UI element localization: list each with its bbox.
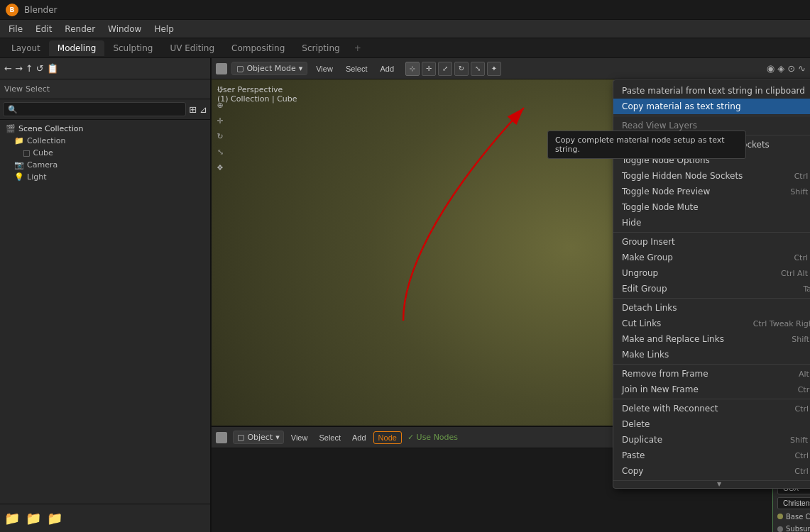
toggle-mute-item[interactable]: Toggle Node Mute M — [613, 199, 810, 215]
remove-frame-shortcut: Alt P — [799, 370, 810, 379]
edit-group-item[interactable]: Edit Group Tab — [613, 281, 810, 297]
nav-fwd-icon[interactable]: → — [15, 63, 23, 74]
menu-edit[interactable]: Edit — [30, 23, 58, 35]
cursor-tool[interactable]: ⊕ — [213, 98, 227, 112]
menu-help[interactable]: Help — [148, 23, 179, 35]
delete-reconnect-label: Delete with Reconnect — [622, 404, 718, 414]
make-replace-label: Make and Replace Links — [622, 334, 724, 344]
list-item[interactable]: 📁 Collection — [3, 135, 207, 147]
list-item[interactable]: 📷 Camera — [3, 159, 207, 171]
make-group-label: Make Group — [622, 253, 673, 262]
select-button[interactable]: Select — [341, 63, 372, 74]
select-label: Select — [26, 84, 50, 94]
paste-shortcut: Ctrl V — [794, 451, 810, 460]
display-icon-2[interactable]: ◈ — [777, 63, 784, 74]
delete-reconnect-item[interactable]: Delete with Reconnect Ctrl X — [613, 401, 810, 416]
base-color-socket[interactable] — [777, 514, 783, 519]
view-button[interactable]: View — [312, 63, 337, 74]
node-view-btn[interactable]: View — [287, 432, 312, 443]
rotate-tool-icon[interactable]: ↻ — [454, 62, 469, 76]
cursor-tool-icon[interactable]: ✛ — [422, 62, 436, 76]
view-label: View — [4, 84, 23, 94]
menu-window[interactable]: Window — [102, 23, 147, 35]
nav-parent-icon[interactable]: ↑ — [26, 63, 33, 74]
folder-icon-2: 📁 — [26, 511, 41, 526]
tab-modeling[interactable]: Modeling — [49, 40, 105, 56]
outliner-search[interactable] — [3, 102, 186, 116]
remove-frame-item[interactable]: Remove from Frame Alt P — [613, 366, 810, 382]
select-tool-icon[interactable]: ⊹ — [405, 62, 420, 76]
node-object-dropdown[interactable]: ▢ Object ▾ — [233, 431, 284, 444]
mode-label: Object Mode — [246, 64, 295, 73]
display-icon-1[interactable]: ◉ — [767, 63, 775, 74]
paste-material-item[interactable]: Paste material from text string in clipb… — [613, 83, 810, 99]
collection-label: Collection — [27, 136, 65, 145]
nav-back-icon[interactable]: ← — [4, 63, 12, 74]
tab-scripting[interactable]: Scripting — [293, 40, 348, 56]
edit-group-shortcut: Tab — [803, 284, 810, 294]
viewport-right-icons: ◉ ◈ ⊙ ∿ — [767, 63, 806, 74]
copy-label: Copy — [622, 466, 643, 476]
hide-item[interactable]: Hide H — [613, 215, 810, 231]
viewport-header: ▢ Object Mode ▾ View Select Add ⊹ ✛ ⤢ ↻ … — [212, 58, 810, 79]
add-button[interactable]: Add — [376, 63, 398, 74]
cut-links-item[interactable]: Cut Links Ctrl Tweak Right — [613, 316, 810, 331]
node-row: Base Color — [773, 511, 810, 522]
duplicate-item[interactable]: Duplicate Shift D — [613, 432, 810, 448]
select-box-tool[interactable]: ⊹ — [213, 82, 227, 96]
node-add-btn[interactable]: Add — [348, 432, 371, 443]
collection-icon: 📁 — [14, 136, 24, 145]
scene-label: Scene Collection — [18, 124, 83, 133]
delete-reconnect-shortcut: Ctrl X — [794, 404, 810, 414]
paste-item[interactable]: Paste Ctrl V — [613, 448, 810, 463]
tab-sculpting[interactable]: Sculpting — [104, 40, 161, 56]
scale-tool[interactable]: ⤡ — [213, 145, 227, 159]
copy-material-item[interactable]: Copy material as text string — [613, 99, 810, 114]
object-mode-dropdown[interactable]: ▢ Object Mode ▾ — [231, 62, 307, 75]
scale-tool-icon[interactable]: ⤡ — [471, 62, 485, 76]
ungroup-item[interactable]: Ungroup Ctrl Alt G — [613, 265, 810, 281]
node-node-btn[interactable]: Node — [373, 431, 402, 444]
rotate-tool[interactable]: ↻ — [213, 129, 227, 143]
node-select-btn[interactable]: Select — [314, 432, 345, 443]
menubar: File Edit Render Window Help — [0, 20, 810, 38]
detach-links-item[interactable]: Detach Links — [613, 300, 810, 316]
list-item[interactable]: □ Cube — [3, 147, 207, 159]
delete-item[interactable]: Delete X — [613, 416, 810, 432]
add-workspace-button[interactable]: + — [349, 40, 367, 56]
nav-refresh-icon[interactable]: ↺ — [36, 63, 44, 74]
menu-render[interactable]: Render — [59, 23, 101, 35]
copy-material-label: Copy material as text string — [622, 101, 741, 111]
group-section: Group Insert Make Group Ctrl G Ungroup C… — [613, 233, 810, 299]
camera-label: Camera — [27, 160, 58, 170]
tab-uv-editing[interactable]: UV Editing — [161, 40, 223, 56]
tab-compositing[interactable]: Compositing — [223, 40, 293, 56]
group-insert-item[interactable]: Group Insert — [613, 234, 810, 250]
make-group-item[interactable]: Make Group Ctrl G — [613, 250, 810, 265]
filter-icon[interactable]: ⊿ — [199, 104, 207, 115]
nav-bookmark-icon[interactable]: 📋 — [47, 63, 58, 74]
transform-tool[interactable]: ❖ — [213, 160, 227, 174]
left-panel-footer: 📁 📁 📁 — [0, 504, 210, 532]
subsurface-socket[interactable] — [777, 526, 783, 532]
move-tool[interactable]: ✛ — [213, 113, 227, 128]
cut-links-shortcut: Ctrl Tweak Right — [753, 319, 810, 328]
burley-select[interactable]: Christensen-Burley — [777, 497, 810, 509]
toggle-hidden-shortcut: Ctrl H — [794, 172, 810, 181]
copy-item[interactable]: Copy Ctrl C — [613, 463, 810, 479]
join-frame-item[interactable]: Join in New Frame Ctrl J — [613, 382, 810, 397]
scroll-arrow: ▼ — [717, 481, 721, 487]
toggle-hidden-sockets-item[interactable]: Toggle Hidden Node Sockets Ctrl H — [613, 168, 810, 184]
make-replace-links-item[interactable]: Make and Replace Links Shift F — [613, 331, 810, 347]
make-links-item[interactable]: Make Links F — [613, 347, 810, 362]
move-tool-icon[interactable]: ⤢ — [438, 62, 452, 76]
list-item[interactable]: 🎬 Scene Collection — [3, 123, 207, 135]
toggle-preview-item[interactable]: Toggle Node Preview Shift H — [613, 184, 810, 199]
display-icon-4[interactable]: ∿ — [798, 63, 806, 74]
transform-tool-icon[interactable]: ✦ — [487, 62, 501, 76]
menu-file[interactable]: File — [3, 23, 28, 35]
grid-view-icon[interactable]: ⊞ — [189, 104, 197, 115]
tab-layout[interactable]: Layout — [3, 40, 49, 56]
list-item[interactable]: 💡 Light — [3, 171, 207, 183]
display-icon-3[interactable]: ⊙ — [787, 63, 795, 74]
